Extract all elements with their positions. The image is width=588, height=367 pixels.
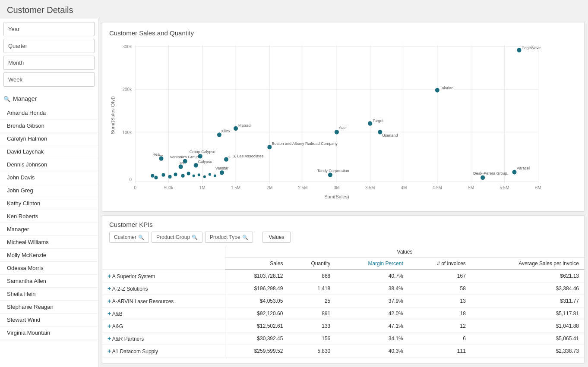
quantity-cell: 868 xyxy=(288,270,335,282)
svg-point-70 xyxy=(512,170,516,175)
expand-icon[interactable]: + xyxy=(107,335,111,342)
expand-icon[interactable]: + xyxy=(107,348,111,354)
svg-text:Sum([Sales Qty]): Sum([Sales Qty]) xyxy=(110,96,115,134)
svg-point-46 xyxy=(234,126,238,131)
table-row: + A-2-Z Solutions $196,298.49 1,418 38.4… xyxy=(102,282,584,295)
col-header-margin: Margin Percent xyxy=(335,258,408,270)
svg-point-52 xyxy=(224,157,228,162)
manager-item[interactable]: Stephanie Reagan xyxy=(0,301,98,314)
manager-item[interactable]: John Greg xyxy=(0,184,98,197)
margin-cell: 38.4% xyxy=(335,282,408,295)
svg-text:1.5M: 1.5M xyxy=(231,185,240,190)
svg-point-50 xyxy=(267,145,272,150)
col-header-quantity: Quantity xyxy=(288,258,335,270)
expand-icon[interactable]: + xyxy=(107,310,111,317)
svg-text:Matradi: Matradi xyxy=(238,123,251,127)
svg-text:3M: 3M xyxy=(334,185,340,190)
sidebar-filter-year[interactable]: Year xyxy=(3,22,95,36)
manager-item[interactable]: Brenda Gibson xyxy=(0,119,98,132)
expand-icon[interactable]: + xyxy=(107,273,111,279)
svg-point-83 xyxy=(214,174,216,177)
manager-item[interactable]: Manager xyxy=(0,223,98,236)
svg-text:Paracel: Paracel xyxy=(516,166,530,170)
avg-sales-cell: $311.77 xyxy=(471,295,584,307)
manager-item[interactable]: Amanda Honda xyxy=(0,107,98,119)
svg-text:Hea...: Hea... xyxy=(152,152,163,157)
sales-cell: $196,298.49 xyxy=(225,282,288,295)
margin-cell: 34.1% xyxy=(335,332,408,345)
svg-text:Ventana's Group: Ventana's Group xyxy=(170,155,199,159)
sidebar-filter-month[interactable]: Month xyxy=(3,56,95,70)
invoices-cell: 58 xyxy=(408,282,471,295)
svg-point-40 xyxy=(335,130,339,135)
svg-text:Tandy Corporation: Tandy Corporation xyxy=(317,169,349,173)
svg-text:PageWave: PageWave xyxy=(522,46,541,50)
manager-item[interactable]: Ken Roberts xyxy=(0,210,98,223)
table-row: + A&B $92,120.60 891 42.0% 18 $5,117.81 xyxy=(102,307,584,320)
values-button[interactable]: Values xyxy=(262,232,291,243)
svg-text:2M: 2M xyxy=(266,185,272,190)
svg-text:Userland: Userland xyxy=(382,133,398,138)
quantity-cell: 1,418 xyxy=(288,282,335,295)
customer-name: A-ARVIN Laser Resources xyxy=(112,298,174,304)
customer-name: A&R Partners xyxy=(112,336,144,342)
col-header-sales: Sales xyxy=(225,258,288,270)
svg-text:4.5M: 4.5M xyxy=(433,185,442,190)
svg-text:Dci: Dci xyxy=(179,161,184,165)
customer-name-cell: + A1 Datacom Supply xyxy=(102,345,225,357)
sidebar-filter-week[interactable]: Week xyxy=(3,72,95,87)
svg-text:100k: 100k xyxy=(122,130,132,135)
kpi-filter-customer[interactable]: Customer 🔍 xyxy=(109,232,149,243)
content-area: Customer Sales and Quantity .axis-label … xyxy=(98,19,588,367)
kpi-filter-product-group[interactable]: Product Group 🔍 xyxy=(152,232,202,243)
margin-cell: 40.3% xyxy=(335,345,408,357)
manager-item[interactable]: Kathy Clinton xyxy=(0,197,98,210)
kpi-filters: Customer 🔍Product Group 🔍Product Type 🔍V… xyxy=(102,232,584,246)
svg-text:Calypso: Calypso xyxy=(198,160,212,164)
expand-icon[interactable]: + xyxy=(107,298,111,304)
chart-title: Customer Sales and Quantity xyxy=(109,29,577,37)
manager-item[interactable]: Samantha Allen xyxy=(0,275,98,288)
quantity-cell: 891 xyxy=(288,307,335,320)
svg-text:5.5M: 5.5M xyxy=(499,185,509,190)
svg-point-75 xyxy=(168,175,172,178)
manager-item[interactable]: Virginia Mountain xyxy=(0,326,98,339)
col-header-invoices: # of invoices xyxy=(408,258,471,270)
sidebar-filter-quarter[interactable]: Quarter xyxy=(3,39,95,53)
manager-item[interactable]: Dennis Johnson xyxy=(0,158,98,171)
svg-text:J. S. Lee Associates: J. S. Lee Associates xyxy=(228,154,264,158)
sales-cell: $12,502.61 xyxy=(225,320,288,332)
expand-icon[interactable]: + xyxy=(107,323,111,329)
margin-cell: 42.0% xyxy=(335,307,408,320)
svg-text:Deak-Perera Group.: Deak-Perera Group. xyxy=(473,171,508,176)
manager-item[interactable]: Odessa Morris xyxy=(0,262,98,275)
customer-name: A&G xyxy=(112,323,123,329)
avg-sales-cell: $2,338.73 xyxy=(471,345,584,357)
customer-name: A1 Datacom Supply xyxy=(112,348,158,354)
avg-sales-cell: $3,384.46 xyxy=(471,282,584,295)
svg-point-36 xyxy=(517,48,521,53)
svg-text:3.5M: 3.5M xyxy=(365,185,375,190)
col-group-values: Values xyxy=(225,246,584,258)
kpi-filter-product-type[interactable]: Product Type 🔍 xyxy=(205,232,253,243)
kpi-table: Values Sales Quantity Margin Percent # o… xyxy=(102,246,584,358)
manager-item[interactable]: Micheal Williams xyxy=(0,236,98,249)
kpi-table-wrapper[interactable]: Values Sales Quantity Margin Percent # o… xyxy=(102,246,584,363)
manager-item[interactable]: Molly McKenzie xyxy=(0,249,98,262)
manager-item[interactable]: John Davis xyxy=(0,171,98,184)
manager-item[interactable]: David Laychak xyxy=(0,145,98,158)
expand-icon[interactable]: + xyxy=(107,285,111,292)
invoices-cell: 18 xyxy=(408,307,471,320)
svg-text:500k: 500k xyxy=(164,185,174,190)
svg-point-66 xyxy=(328,173,332,177)
manager-list[interactable]: Amanda HondaBrenda GibsonCarolyn HalmonD… xyxy=(0,107,98,339)
manager-item[interactable]: Carolyn Halmon xyxy=(0,132,98,145)
sidebar-filters: YearQuarterMonthWeek xyxy=(0,19,98,93)
svg-point-78 xyxy=(187,172,190,175)
svg-point-73 xyxy=(154,176,158,179)
svg-text:300k: 300k xyxy=(122,44,132,49)
sales-cell: $92,120.60 xyxy=(225,307,288,320)
manager-item[interactable]: Sheila Hein xyxy=(0,288,98,301)
customer-name-cell: + A&R Partners xyxy=(102,332,225,345)
manager-item[interactable]: Stewart Wind xyxy=(0,314,98,326)
